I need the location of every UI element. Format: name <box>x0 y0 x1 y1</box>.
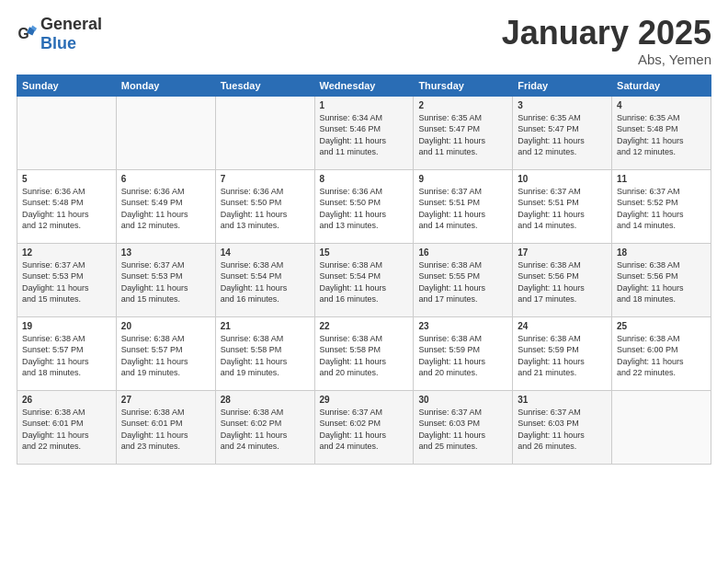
day-info-24: Sunrise: 6:38 AM Sunset: 5:59 PM Dayligh… <box>518 333 607 379</box>
title-block: January 2025 Abs, Yemen <box>502 15 711 67</box>
day-number-28: 28 <box>221 395 310 405</box>
week-row-2: 12Sunrise: 6:37 AM Sunset: 5:53 PM Dayli… <box>17 243 711 316</box>
calendar-cell-3-2: 21Sunrise: 6:38 AM Sunset: 5:58 PM Dayli… <box>215 316 314 390</box>
day-info-18: Sunrise: 6:38 AM Sunset: 5:56 PM Dayligh… <box>617 259 706 305</box>
calendar-cell-0-4: 2Sunrise: 6:35 AM Sunset: 5:47 PM Daylig… <box>414 96 513 169</box>
calendar-cell-1-5: 10Sunrise: 6:37 AM Sunset: 5:51 PM Dayli… <box>513 169 612 243</box>
calendar-cell-2-3: 15Sunrise: 6:38 AM Sunset: 5:54 PM Dayli… <box>314 243 414 316</box>
calendar-cell-2-5: 17Sunrise: 6:38 AM Sunset: 5:56 PM Dayli… <box>513 243 612 316</box>
day-info-28: Sunrise: 6:38 AM Sunset: 6:02 PM Dayligh… <box>221 407 310 453</box>
week-row-3: 19Sunrise: 6:38 AM Sunset: 5:57 PM Dayli… <box>17 316 711 390</box>
calendar-cell-3-3: 22Sunrise: 6:38 AM Sunset: 5:58 PM Dayli… <box>314 316 414 390</box>
calendar-cell-2-2: 14Sunrise: 6:38 AM Sunset: 5:54 PM Dayli… <box>215 243 314 316</box>
day-info-5: Sunrise: 6:36 AM Sunset: 5:48 PM Dayligh… <box>22 186 111 232</box>
calendar-cell-4-3: 29Sunrise: 6:37 AM Sunset: 6:02 PM Dayli… <box>314 390 414 464</box>
day-number-27: 27 <box>121 395 210 405</box>
calendar-cell-3-4: 23Sunrise: 6:38 AM Sunset: 5:59 PM Dayli… <box>414 316 513 390</box>
calendar-cell-1-0: 5Sunrise: 6:36 AM Sunset: 5:48 PM Daylig… <box>17 169 117 243</box>
day-number-20: 20 <box>121 321 210 331</box>
svg-text:G: G <box>18 26 29 41</box>
day-info-27: Sunrise: 6:38 AM Sunset: 6:01 PM Dayligh… <box>121 407 210 453</box>
day-number-26: 26 <box>22 395 111 405</box>
day-info-15: Sunrise: 6:38 AM Sunset: 5:54 PM Dayligh… <box>320 259 409 305</box>
day-info-7: Sunrise: 6:36 AM Sunset: 5:50 PM Dayligh… <box>221 186 310 232</box>
day-number-5: 5 <box>22 174 111 184</box>
day-number-22: 22 <box>320 321 409 331</box>
col-tuesday: Tuesday <box>215 75 314 96</box>
day-info-22: Sunrise: 6:38 AM Sunset: 5:58 PM Dayligh… <box>320 333 409 379</box>
day-info-4: Sunrise: 6:35 AM Sunset: 5:48 PM Dayligh… <box>617 112 706 158</box>
calendar-cell-3-1: 20Sunrise: 6:38 AM Sunset: 5:57 PM Dayli… <box>116 316 215 390</box>
calendar-cell-0-0 <box>17 96 117 169</box>
day-info-3: Sunrise: 6:35 AM Sunset: 5:47 PM Dayligh… <box>518 112 607 158</box>
day-number-9: 9 <box>418 174 507 184</box>
day-info-19: Sunrise: 6:38 AM Sunset: 5:57 PM Dayligh… <box>22 333 111 379</box>
calendar-cell-1-4: 9Sunrise: 6:37 AM Sunset: 5:51 PM Daylig… <box>414 169 513 243</box>
day-number-29: 29 <box>320 395 409 405</box>
calendar-cell-2-1: 13Sunrise: 6:37 AM Sunset: 5:53 PM Dayli… <box>116 243 215 316</box>
day-number-13: 13 <box>121 247 210 258</box>
calendar-cell-0-1 <box>116 96 215 169</box>
calendar-cell-1-3: 8Sunrise: 6:36 AM Sunset: 5:50 PM Daylig… <box>314 169 414 243</box>
calendar-cell-0-2 <box>215 96 314 169</box>
day-number-19: 19 <box>22 321 111 331</box>
day-number-1: 1 <box>320 100 409 110</box>
calendar-cell-1-6: 11Sunrise: 6:37 AM Sunset: 5:52 PM Dayli… <box>612 169 711 243</box>
calendar-cell-2-6: 18Sunrise: 6:38 AM Sunset: 5:56 PM Dayli… <box>612 243 711 316</box>
calendar-cell-3-5: 24Sunrise: 6:38 AM Sunset: 5:59 PM Dayli… <box>513 316 612 390</box>
calendar-table: Sunday Monday Tuesday Wednesday Thursday… <box>17 75 711 465</box>
calendar-header-row: Sunday Monday Tuesday Wednesday Thursday… <box>17 75 711 96</box>
day-info-25: Sunrise: 6:38 AM Sunset: 6:00 PM Dayligh… <box>617 333 706 379</box>
col-monday: Monday <box>116 75 215 96</box>
calendar-cell-4-0: 26Sunrise: 6:38 AM Sunset: 6:01 PM Dayli… <box>17 390 117 464</box>
day-info-11: Sunrise: 6:37 AM Sunset: 5:52 PM Dayligh… <box>617 186 706 232</box>
week-row-1: 5Sunrise: 6:36 AM Sunset: 5:48 PM Daylig… <box>17 169 711 243</box>
month-title: January 2025 <box>502 15 711 52</box>
day-info-31: Sunrise: 6:37 AM Sunset: 6:03 PM Dayligh… <box>518 407 607 453</box>
page-header: G General Blue January 2025 Abs, Yemen <box>17 15 711 67</box>
day-number-30: 30 <box>418 395 507 405</box>
calendar-cell-2-0: 12Sunrise: 6:37 AM Sunset: 5:53 PM Dayli… <box>17 243 117 316</box>
day-number-21: 21 <box>221 321 310 331</box>
day-number-12: 12 <box>22 247 111 258</box>
day-number-2: 2 <box>418 100 507 110</box>
day-info-21: Sunrise: 6:38 AM Sunset: 5:58 PM Dayligh… <box>221 333 310 379</box>
logo-blue: Blue <box>40 34 76 52</box>
day-info-12: Sunrise: 6:37 AM Sunset: 5:53 PM Dayligh… <box>22 259 111 305</box>
calendar-cell-3-6: 25Sunrise: 6:38 AM Sunset: 6:00 PM Dayli… <box>612 316 711 390</box>
calendar-cell-4-5: 31Sunrise: 6:37 AM Sunset: 6:03 PM Dayli… <box>513 390 612 464</box>
col-wednesday: Wednesday <box>314 75 414 96</box>
day-number-3: 3 <box>518 100 607 110</box>
day-info-20: Sunrise: 6:38 AM Sunset: 5:57 PM Dayligh… <box>121 333 210 379</box>
day-number-17: 17 <box>518 247 607 258</box>
day-number-10: 10 <box>518 174 607 184</box>
day-info-23: Sunrise: 6:38 AM Sunset: 5:59 PM Dayligh… <box>418 333 507 379</box>
calendar-cell-2-4: 16Sunrise: 6:38 AM Sunset: 5:55 PM Dayli… <box>414 243 513 316</box>
logo-general: General <box>40 15 102 33</box>
calendar-cell-1-1: 6Sunrise: 6:36 AM Sunset: 5:49 PM Daylig… <box>116 169 215 243</box>
day-number-14: 14 <box>221 247 310 258</box>
day-number-6: 6 <box>121 174 210 184</box>
week-row-4: 26Sunrise: 6:38 AM Sunset: 6:01 PM Dayli… <box>17 390 711 464</box>
calendar-cell-0-3: 1Sunrise: 6:34 AM Sunset: 5:46 PM Daylig… <box>314 96 414 169</box>
day-info-30: Sunrise: 6:37 AM Sunset: 6:03 PM Dayligh… <box>418 407 507 453</box>
day-number-25: 25 <box>617 321 706 331</box>
calendar-cell-1-2: 7Sunrise: 6:36 AM Sunset: 5:50 PM Daylig… <box>215 169 314 243</box>
day-info-17: Sunrise: 6:38 AM Sunset: 5:56 PM Dayligh… <box>518 259 607 305</box>
day-number-23: 23 <box>418 321 507 331</box>
calendar-cell-4-4: 30Sunrise: 6:37 AM Sunset: 6:03 PM Dayli… <box>414 390 513 464</box>
day-info-2: Sunrise: 6:35 AM Sunset: 5:47 PM Dayligh… <box>418 112 507 158</box>
day-number-8: 8 <box>320 174 409 184</box>
col-saturday: Saturday <box>612 75 711 96</box>
col-thursday: Thursday <box>414 75 513 96</box>
day-info-8: Sunrise: 6:36 AM Sunset: 5:50 PM Dayligh… <box>320 186 409 232</box>
day-number-18: 18 <box>617 247 706 258</box>
day-info-10: Sunrise: 6:37 AM Sunset: 5:51 PM Dayligh… <box>518 186 607 232</box>
day-number-15: 15 <box>320 247 409 258</box>
day-info-14: Sunrise: 6:38 AM Sunset: 5:54 PM Dayligh… <box>221 259 310 305</box>
day-number-7: 7 <box>221 174 310 184</box>
location: Abs, Yemen <box>502 52 711 67</box>
calendar-cell-4-1: 27Sunrise: 6:38 AM Sunset: 6:01 PM Dayli… <box>116 390 215 464</box>
day-info-1: Sunrise: 6:34 AM Sunset: 5:46 PM Dayligh… <box>320 112 409 158</box>
calendar-cell-4-2: 28Sunrise: 6:38 AM Sunset: 6:02 PM Dayli… <box>215 390 314 464</box>
